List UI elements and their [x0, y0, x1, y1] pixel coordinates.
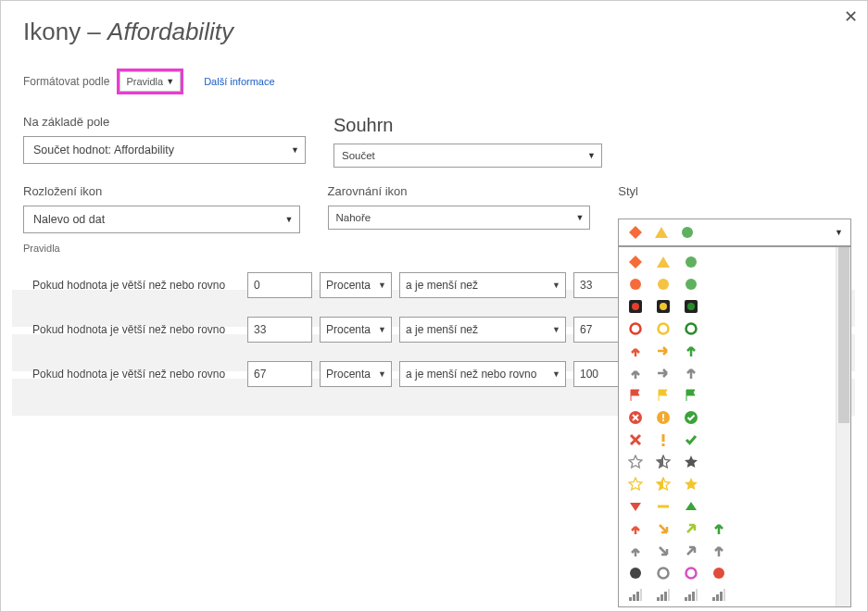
rule-value-1[interactable]: 0: [247, 272, 312, 298]
arrow-up-icon: [684, 366, 698, 381]
summary-label: Souhrn: [333, 115, 602, 136]
star-half-icon: [656, 477, 671, 492]
svg-point-2: [682, 227, 693, 238]
rule-unit-1[interactable]: Procenta▼: [320, 361, 392, 387]
check-icon: [684, 432, 698, 447]
bang-icon: [656, 432, 671, 447]
rule-value-2[interactable]: 67: [573, 317, 620, 343]
style-option[interactable]: [624, 584, 832, 606]
style-option[interactable]: [624, 340, 832, 362]
svg-point-6: [630, 279, 641, 290]
chevron-down-icon: ▼: [378, 325, 386, 334]
circle-icon: [680, 225, 695, 240]
rule-and-select[interactable]: a je menší než▼: [399, 317, 566, 343]
style-option[interactable]: [624, 295, 832, 318]
style-option[interactable]: [624, 384, 832, 406]
style-option[interactable]: [624, 406, 832, 429]
square-dot-icon: [684, 299, 698, 314]
svg-rect-24: [662, 443, 665, 446]
ring-icon: [628, 321, 643, 336]
circle-icon: [656, 277, 671, 292]
icon-layout-label: Rozložení ikon: [23, 184, 300, 198]
arrow-dr-icon: [656, 521, 671, 536]
x-icon: [628, 432, 643, 447]
style-option[interactable]: [624, 251, 832, 273]
diamond-icon: [628, 255, 643, 269]
rule-value-1[interactable]: 67: [247, 361, 312, 387]
svg-point-29: [659, 568, 669, 579]
arrow-right-icon: [656, 343, 671, 358]
svg-point-12: [660, 303, 667, 310]
rule-value-1[interactable]: 33: [247, 317, 312, 343]
based-on-field-select[interactable]: Součet hodnot: Affordability ▼: [23, 136, 306, 164]
arrow-ur-icon: [684, 521, 698, 536]
svg-point-14: [687, 303, 695, 310]
rule-value-2[interactable]: 33: [573, 272, 620, 298]
rule-if-label: Pokud hodnota je větší než nebo rovno: [23, 279, 247, 292]
close-icon[interactable]: ✕: [844, 6, 858, 27]
svg-rect-39: [668, 589, 670, 601]
format-by-highlight: Pravidla ▼: [117, 69, 183, 94]
style-option[interactable]: [624, 318, 832, 340]
svg-point-16: [659, 324, 669, 334]
style-option[interactable]: [624, 540, 832, 562]
style-option[interactable]: [624, 451, 832, 473]
svg-rect-47: [723, 589, 725, 601]
rule-and-select[interactable]: a je menší než nebo rovno▼: [399, 361, 566, 387]
svg-rect-43: [696, 589, 698, 601]
style-option[interactable]: [624, 429, 832, 451]
based-on-field-value: Součet hodnot: Affordability: [33, 144, 174, 156]
svg-rect-23: [662, 434, 665, 442]
diamond-icon: [628, 225, 643, 240]
rule-if-label: Pokud hodnota je větší než nebo rovno: [23, 368, 247, 381]
style-option[interactable]: [624, 273, 832, 295]
based-on-field-label: Na základě pole: [23, 115, 306, 129]
style-select[interactable]: ▼: [618, 219, 851, 246]
style-option[interactable]: [624, 362, 832, 384]
scrollbar[interactable]: [836, 247, 850, 606]
more-info-link[interactable]: Další informace: [204, 76, 274, 87]
chevron-down-icon: ▼: [552, 369, 560, 379]
dash-icon: [656, 499, 671, 514]
svg-rect-45: [716, 594, 719, 601]
rule-and-select[interactable]: a je menší než▼: [399, 272, 566, 298]
scrollbar-thumb[interactable]: [838, 247, 849, 423]
chevron-down-icon: ▼: [587, 151, 596, 160]
svg-rect-35: [640, 589, 642, 601]
icons-dialog: ✕ Ikony – Affordability Formátovat podle…: [0, 0, 868, 612]
rule-unit-1[interactable]: Procenta▼: [320, 317, 392, 343]
style-option[interactable]: [624, 495, 832, 518]
rule-value-2[interactable]: 100: [573, 361, 620, 387]
triangle-icon: [654, 225, 669, 240]
format-by-label: Formátovat podle: [23, 75, 109, 88]
bars-icon: [711, 588, 726, 603]
svg-rect-20: [662, 414, 664, 418]
svg-rect-38: [664, 592, 667, 601]
icon-layout-select[interactable]: Nalevo od dat ▼: [23, 206, 300, 233]
style-option[interactable]: [624, 473, 832, 495]
circle-icon: [711, 566, 726, 581]
rule-unit-1[interactable]: Procenta▼: [320, 272, 392, 298]
svg-rect-37: [660, 594, 663, 601]
svg-point-10: [632, 303, 639, 310]
arrow-ur-icon: [684, 543, 698, 558]
title-prefix: Ikony –: [23, 18, 107, 45]
svg-marker-27: [686, 502, 697, 510]
square-dot-icon: [656, 299, 671, 314]
style-option[interactable]: [624, 518, 832, 540]
star-half-icon: [656, 455, 671, 469]
format-by-select[interactable]: Pravidla ▼: [120, 71, 181, 92]
arrow-down-icon: [628, 521, 643, 536]
flag-icon: [628, 388, 643, 403]
chevron-down-icon: ▼: [166, 77, 174, 86]
bars-icon: [656, 588, 671, 603]
svg-rect-26: [658, 506, 669, 508]
icon-align-select[interactable]: Nahoře ▼: [328, 206, 591, 230]
svg-rect-44: [712, 597, 715, 601]
svg-rect-36: [657, 597, 660, 601]
style-option[interactable]: [624, 562, 832, 584]
style-label: Styl: [618, 184, 845, 198]
svg-rect-21: [662, 419, 664, 421]
arrow-down-icon: [628, 543, 643, 558]
summary-select[interactable]: Součet ▼: [333, 144, 602, 168]
